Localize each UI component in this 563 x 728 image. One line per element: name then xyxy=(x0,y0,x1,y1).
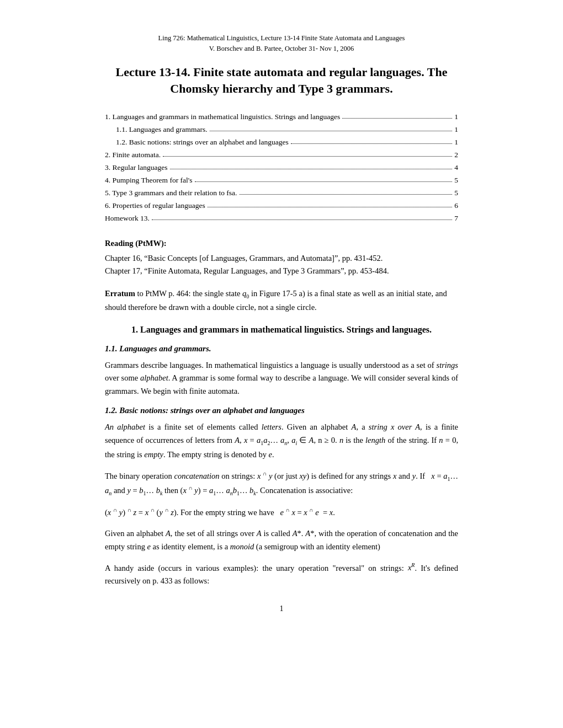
toc-row: 3. Regular languages4 xyxy=(105,162,458,174)
header-line1: Ling 726: Mathematical Linguistics, Lect… xyxy=(105,33,458,44)
toc-page: 7 xyxy=(454,212,458,225)
toc-dots xyxy=(163,149,452,157)
toc-label: 4. Pumping Theorem for fal's xyxy=(105,174,193,187)
section-1-heading: 1. Languages and grammars in mathematica… xyxy=(105,324,458,336)
toc-dots xyxy=(342,111,452,119)
section-1-2-para4: A handy aside (occurs in various example… xyxy=(105,561,458,588)
reading-line1: Chapter 16, “Basic Concepts [of Language… xyxy=(105,252,458,265)
toc-row: 1.1. Languages and grammars.1 xyxy=(105,124,458,136)
toc-dots xyxy=(152,212,452,220)
toc-dots xyxy=(210,124,453,131)
toc-label: Homework 13. xyxy=(105,212,150,225)
toc-row: 2. Finite automata.2 xyxy=(105,149,458,162)
toc-label: 6. Properties of regular languages xyxy=(105,200,205,212)
toc-page: 1 xyxy=(454,111,458,124)
toc-label: 2. Finite automata. xyxy=(105,149,161,162)
toc-row: 5. Type 3 grammars and their relation to… xyxy=(105,187,458,200)
toc-label: 1. Languages and grammars in mathematica… xyxy=(105,111,340,124)
toc-label: 3. Regular languages xyxy=(105,162,168,174)
toc-dots xyxy=(195,174,453,182)
header-line2: V. Borschev and B. Partee, October 31- N… xyxy=(105,44,458,54)
toc-label: 5. Type 3 grammars and their relation to… xyxy=(105,187,237,200)
toc-page: 6 xyxy=(454,200,458,212)
section-1-2-heading: 1.2. Basic notions: strings over an alph… xyxy=(105,406,458,415)
section-1-1-para: Grammars describe languages. In mathemat… xyxy=(105,359,458,399)
toc-dots xyxy=(240,187,453,195)
section-1-2-para2b: (x ∩ y) ∩ z = x ∩ (y ∩ z). For the empty… xyxy=(105,506,458,520)
toc-dots xyxy=(291,136,453,144)
toc-row: 6. Properties of regular languages6 xyxy=(105,200,458,212)
toc-page: 2 xyxy=(454,149,458,162)
toc-row: Homework 13.7 xyxy=(105,212,458,225)
toc-row: 1. Languages and grammars in mathematica… xyxy=(105,111,458,124)
main-title: Lecture 13-14. Finite state automata and… xyxy=(105,64,458,98)
header-meta: Ling 726: Mathematical Linguistics, Lect… xyxy=(105,33,458,54)
reading-section: Reading (PtMW): Chapter 16, “Basic Conce… xyxy=(105,237,458,278)
reading-line2: Chapter 17, “Finite Automata, Regular La… xyxy=(105,265,458,277)
reading-title: Reading (PtMW): xyxy=(105,237,458,250)
toc-row: 4. Pumping Theorem for fal's5 xyxy=(105,174,458,187)
section-1-1-heading: 1.1. Languages and grammars. xyxy=(105,344,458,354)
erratum-paragraph: Erratum to PtMW p. 464: the single state… xyxy=(105,287,458,314)
page-number: 1 xyxy=(105,604,458,613)
toc-page: 5 xyxy=(454,174,458,187)
page: Ling 726: Mathematical Linguistics, Lect… xyxy=(72,11,491,646)
table-of-contents: 1. Languages and grammars in mathematica… xyxy=(105,111,458,224)
toc-page: 4 xyxy=(454,162,458,174)
toc-label: 1.1. Languages and grammars. xyxy=(116,124,208,136)
section-1-2-para3: Given an alphabet A, the set of all stri… xyxy=(105,527,458,554)
toc-page: 1 xyxy=(454,124,458,136)
toc-row: 1.2. Basic notions: strings over an alph… xyxy=(105,136,458,149)
section-1-2-para1: An alphabet is a finite set of elements … xyxy=(105,421,458,461)
toc-page: 5 xyxy=(454,187,458,200)
section-1-2-para2: The binary operation concatenation on st… xyxy=(105,469,458,498)
toc-dots xyxy=(208,200,452,207)
toc-dots xyxy=(170,162,453,169)
toc-page: 1 xyxy=(454,136,458,149)
toc-label: 1.2. Basic notions: strings over an alph… xyxy=(116,136,289,149)
